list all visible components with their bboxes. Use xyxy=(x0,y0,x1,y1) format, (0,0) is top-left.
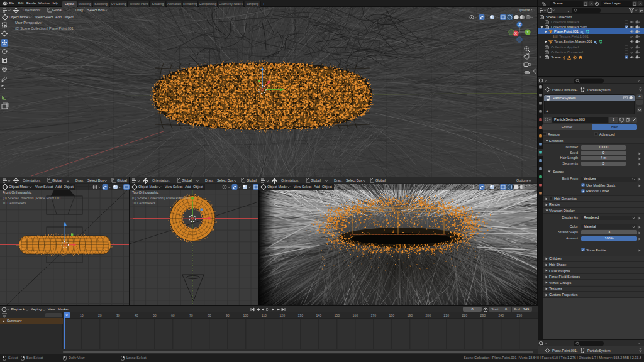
svg-text:180: 180 xyxy=(389,314,394,317)
svg-text:80: 80 xyxy=(208,314,211,317)
svg-text:240: 240 xyxy=(498,314,504,317)
svg-text:170: 170 xyxy=(370,314,376,317)
svg-text:230: 230 xyxy=(480,314,486,317)
svg-text:130: 130 xyxy=(297,314,303,317)
svg-text:100: 100 xyxy=(243,314,248,317)
svg-text:50: 50 xyxy=(153,314,157,317)
svg-text:Z: Z xyxy=(518,23,521,26)
svg-text:140: 140 xyxy=(316,314,321,317)
svg-text:220: 220 xyxy=(462,314,467,317)
svg-text:70: 70 xyxy=(189,314,193,317)
svg-text:10: 10 xyxy=(80,314,84,317)
svg-text:Y: Y xyxy=(526,30,529,34)
svg-text:20: 20 xyxy=(98,314,102,317)
svg-text:90: 90 xyxy=(226,314,230,317)
svg-text:160: 160 xyxy=(352,314,358,317)
svg-text:200: 200 xyxy=(425,314,431,317)
svg-text:60: 60 xyxy=(171,314,175,317)
svg-text:210: 210 xyxy=(443,314,449,317)
svg-text:30: 30 xyxy=(116,314,120,317)
svg-text:40: 40 xyxy=(135,314,138,317)
svg-text:110: 110 xyxy=(262,314,267,317)
svg-text:250: 250 xyxy=(516,314,522,317)
svg-text:120: 120 xyxy=(279,314,285,317)
svg-text:X: X xyxy=(514,31,517,35)
svg-text:150: 150 xyxy=(334,314,340,317)
svg-text:190: 190 xyxy=(407,314,413,317)
